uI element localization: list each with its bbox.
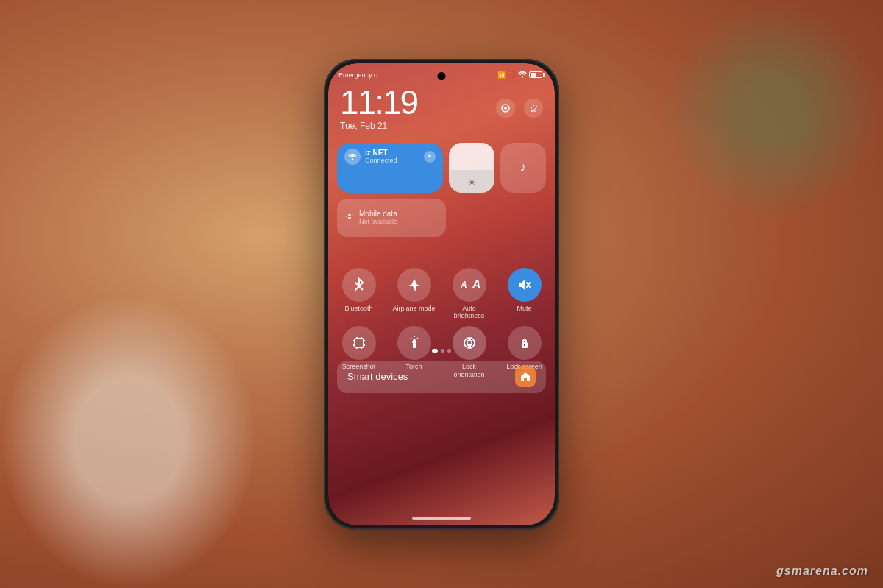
svg-point-4 (352, 158, 353, 160)
tiles-row-1: iz NET Connected ▼ ☀ (337, 143, 546, 193)
wifi-icon (344, 149, 361, 165)
watermark: gsmarena.com (776, 564, 868, 578)
scene: Emergency c 📶 🚫 (0, 0, 883, 588)
dot-3 (447, 349, 451, 353)
music-tile[interactable]: ♪ (500, 143, 546, 193)
wifi-text: iz NET Connected (365, 149, 419, 164)
lock-screen-circle (508, 326, 542, 360)
wifi-status-icon (518, 71, 527, 79)
signal-icon: 📶 (497, 71, 506, 79)
phone-screen: Emergency c 📶 🚫 (328, 63, 555, 525)
mute-label: Mute (517, 305, 531, 313)
mobile-data-status: Not available (359, 218, 439, 225)
brightness-sun-icon: ☀ (467, 177, 477, 188)
svg-line-12 (417, 338, 418, 339)
dot-1 (432, 349, 438, 353)
svg-point-0 (522, 76, 523, 77)
music-note-icon: ♪ (520, 160, 527, 175)
wifi-network-name: iz NET (365, 149, 419, 157)
wifi-expand-btn[interactable]: ▼ (424, 151, 436, 163)
home-indicator[interactable] (412, 517, 471, 520)
battery-icon (529, 71, 545, 78)
bg-decoration-table (0, 294, 258, 588)
mobile-data-icon (344, 211, 355, 224)
wifi-tile-top: iz NET Connected ▼ (344, 149, 436, 165)
mobile-data-tile[interactable]: Mobile data Not available (337, 199, 446, 237)
auto-brightness-toggle[interactable]: A A Auto brightness (447, 268, 491, 321)
auto-brightness-label: Auto brightness (447, 305, 491, 321)
torch-circle (397, 326, 431, 360)
edit-icon[interactable] (524, 99, 543, 118)
date-display: Tue, Feb 21 (340, 121, 417, 131)
bluetooth-circle (342, 268, 376, 302)
phone-container: Emergency c 📶 🚫 (324, 59, 559, 530)
svg-rect-8 (355, 339, 364, 347)
svg-text:A: A (460, 280, 467, 290)
tile-placeholder (452, 199, 546, 237)
wifi-tile[interactable]: iz NET Connected ▼ (337, 143, 443, 193)
airplane-toggle[interactable]: Airplane mode (392, 268, 436, 321)
time-section: 11:19 Tue, Feb 21 (340, 85, 543, 131)
airplane-circle (397, 268, 431, 302)
wifi-connection-status: Connected (365, 157, 419, 164)
svg-point-2 (504, 107, 507, 110)
mute-circle (508, 268, 542, 302)
svg-rect-9 (413, 343, 416, 348)
mobile-data-name: Mobile data (359, 210, 439, 218)
svg-point-18 (523, 344, 525, 346)
svg-line-13 (411, 338, 411, 339)
no-sim-icon: 🚫 (508, 71, 516, 79)
svg-rect-16 (468, 344, 471, 347)
svg-rect-15 (468, 339, 471, 341)
svg-marker-10 (412, 339, 416, 343)
smart-devices-label: Smart devices (347, 371, 408, 382)
time-display: 11:19 (340, 85, 417, 119)
status-icons: 📶 🚫 (497, 71, 545, 79)
page-dots (432, 349, 451, 353)
bg-decoration-right (662, 0, 883, 221)
brightness-tile[interactable]: ☀ (449, 143, 494, 193)
focus-icon[interactable] (496, 99, 515, 118)
camera-hole (438, 72, 446, 80)
phone-bezel: Emergency c 📶 🚫 (328, 63, 555, 525)
tiles-row-2: Mobile data Not available (337, 199, 546, 237)
time-actions (496, 99, 543, 118)
bluetooth-toggle[interactable]: Bluetooth (337, 268, 380, 321)
smart-devices-icon (515, 366, 536, 387)
emergency-text: Emergency c (338, 71, 377, 79)
toggle-row-1: Bluetooth Airplane mode (337, 268, 546, 321)
phone-device: Emergency c 📶 🚫 (324, 59, 559, 530)
lock-orientation-circle (453, 326, 486, 360)
tiles-section: iz NET Connected ▼ ☀ (337, 143, 546, 243)
screenshot-circle (342, 326, 376, 360)
auto-brightness-circle: A A (453, 268, 486, 302)
dot-2 (441, 349, 444, 353)
airplane-label: Airplane mode (392, 305, 435, 313)
bluetooth-label: Bluetooth (344, 305, 372, 313)
smart-devices-banner[interactable]: Smart devices (337, 361, 546, 393)
time-date-block: 11:19 Tue, Feb 21 (340, 85, 417, 131)
mobile-data-text: Mobile data Not available (359, 210, 439, 225)
mute-toggle[interactable]: Mute (503, 268, 546, 321)
